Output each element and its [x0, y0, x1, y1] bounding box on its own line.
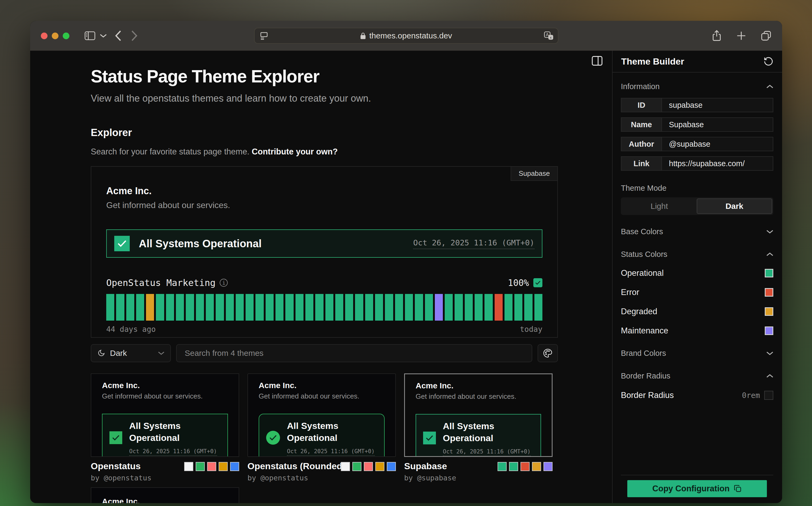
tracker-bar-operational: [465, 294, 473, 321]
svg-text:A: A: [545, 32, 548, 37]
page-settings-icon[interactable]: [260, 31, 269, 40]
tracker-name: OpenStatus Marketing: [106, 277, 215, 288]
theme-card-preview[interactable]: Acme Inc. Get informed about our service…: [91, 373, 239, 457]
tracker-bar-degraded: [146, 294, 154, 321]
color-row-degraded: Degraded: [621, 307, 773, 316]
zoom-window-button[interactable]: [63, 32, 69, 39]
share-icon[interactable]: [712, 30, 722, 41]
link-field[interactable]: https://supabase.com/: [662, 157, 773, 170]
degraded-color-swatch[interactable]: [765, 307, 773, 316]
contribute-link[interactable]: Contribute your own?: [252, 147, 338, 156]
tracker-bar-operational: [126, 294, 134, 321]
theme-card-openstatus: Acme Inc. Get informed about our service…: [91, 373, 239, 482]
preview-theme-badge: Supabase: [511, 166, 558, 181]
copy-icon: [734, 485, 742, 493]
palette-button[interactable]: [538, 344, 558, 362]
tracker-bar-operational: [345, 294, 353, 321]
status-banner: All Systems Operational Oct 26, 2025 11:…: [106, 229, 542, 258]
tracker-bars: [106, 294, 542, 321]
theme-swatches: [498, 462, 552, 471]
page-title: Status Page Theme Explorer: [91, 66, 558, 86]
operational-color-swatch[interactable]: [765, 269, 773, 277]
color-swatch: [364, 462, 373, 471]
color-swatch: [520, 462, 530, 471]
tracker-bar-operational: [445, 294, 453, 321]
tab-group-chevron-icon[interactable]: [100, 33, 107, 38]
section-information[interactable]: Information: [621, 82, 773, 91]
info-row-author: Author @supabase: [621, 137, 773, 151]
preview-company-name: Acme Inc.: [106, 185, 542, 196]
border-radius-input[interactable]: [764, 391, 773, 400]
maintenance-color-swatch[interactable]: [765, 327, 773, 335]
border-radius-value: 0rem: [742, 391, 760, 400]
tracker-bar-operational: [385, 294, 393, 321]
theme-card-preview[interactable]: Acme Inc. Get informed about our service…: [247, 373, 396, 457]
tracker-bar-operational: [206, 294, 214, 321]
copy-configuration-button[interactable]: Copy Configuration: [627, 480, 767, 497]
tracker-bar-operational: [455, 294, 463, 321]
error-color-swatch[interactable]: [765, 288, 773, 297]
back-button[interactable]: [115, 30, 122, 41]
dark-mode-option[interactable]: Dark: [697, 198, 772, 214]
main-content: Status Page Theme Explorer View all the …: [30, 51, 612, 503]
tracker-bar-operational: [425, 294, 433, 321]
light-mode-option[interactable]: Light: [622, 198, 697, 214]
theme-card-supabase-selected: Acme Inc. Get informed about our service…: [404, 373, 552, 482]
theme-mode-select[interactable]: Dark: [91, 344, 171, 362]
theme-card-partial[interactable]: Acme Inc. Get informed about our service…: [91, 487, 239, 503]
tracker-bar-operational: [285, 294, 293, 321]
chevron-up-icon: [766, 252, 773, 256]
explorer-heading: Explorer: [91, 127, 558, 139]
collapse-panel-icon[interactable]: [591, 56, 603, 66]
theme-preview-card: Supabase Acme Inc. Get informed about ou…: [91, 166, 558, 338]
color-swatch: [207, 462, 216, 471]
color-row-maintenance: Maintenance: [621, 326, 773, 336]
tracker-bar-operational: [524, 294, 532, 321]
color-swatch: [230, 462, 239, 471]
close-window-button[interactable]: [41, 32, 48, 39]
tab-overview-icon[interactable]: [761, 30, 771, 41]
status-banner-label: All Systems Operational: [139, 238, 262, 250]
tracker-bar-operational: [365, 294, 373, 321]
tracker-bar-operational: [485, 294, 493, 321]
section-brand-colors[interactable]: Brand Colors: [621, 349, 773, 358]
sidebar-toggle-icon[interactable]: [84, 31, 95, 40]
tracker-bar-operational: [216, 294, 224, 321]
tracker-bar-operational: [255, 294, 264, 321]
border-radius-row: Border Radius 0rem: [621, 391, 773, 400]
tracker-bar-operational: [186, 294, 194, 321]
tracker-bar-operational: [405, 294, 413, 321]
status-banner-timestamp[interactable]: Oct 26, 2025 11:16 (GMT+0): [413, 238, 534, 249]
info-icon[interactable]: i: [220, 279, 228, 287]
tracker-bar-operational: [106, 294, 114, 321]
section-base-colors[interactable]: Base Colors: [621, 227, 773, 236]
theme-mode-label: Theme Mode: [621, 184, 773, 192]
svg-text:x: x: [550, 35, 552, 39]
section-status-colors[interactable]: Status Colors: [621, 250, 773, 259]
status-check-icon: [114, 236, 130, 251]
color-row-operational: Operational: [621, 268, 773, 278]
minimize-window-button[interactable]: [52, 32, 59, 39]
theme-card-preview[interactable]: Acme Inc. Get informed about our service…: [404, 373, 552, 457]
forward-button[interactable]: [131, 30, 138, 41]
traffic-lights: [41, 32, 69, 39]
id-field[interactable]: supabase: [662, 98, 773, 112]
reset-icon[interactable]: [763, 56, 773, 66]
tracker-bar-operational: [226, 294, 234, 321]
new-tab-icon[interactable]: [736, 31, 746, 41]
theme-mode-toggle: Light Dark: [621, 197, 773, 215]
name-field[interactable]: Supabase: [662, 118, 773, 131]
theme-author: by @openstatus: [91, 474, 239, 482]
tracker-bar-operational: [505, 294, 513, 321]
tracker-bar-operational: [325, 294, 334, 321]
translate-icon[interactable]: A x: [543, 31, 554, 40]
tracker-uptime: 100%: [508, 278, 529, 288]
uptime-tracker: OpenStatus Marketing i 100% 44 day: [106, 277, 542, 334]
address-bar[interactable]: themes.openstatus.dev A x: [254, 28, 559, 44]
moon-icon: [97, 349, 105, 357]
author-field[interactable]: @supabase: [662, 137, 773, 151]
section-border-radius[interactable]: Border Radius: [621, 371, 773, 381]
lock-icon: [360, 32, 366, 39]
theme-search-input[interactable]: [176, 344, 532, 362]
tracker-bar-operational: [375, 294, 383, 321]
